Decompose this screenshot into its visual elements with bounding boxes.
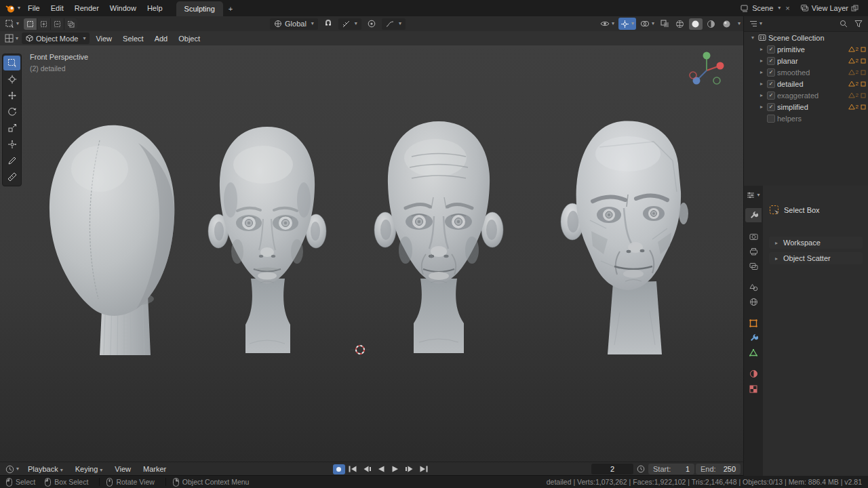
menu-window[interactable]: Window	[104, 4, 142, 12]
properties-tab-render[interactable]	[745, 229, 762, 243]
properties-tab-scene[interactable]	[745, 280, 762, 294]
properties-tab-texture[interactable]	[745, 382, 762, 396]
outliner-filter-button[interactable]	[852, 18, 865, 30]
jump-to-end-button[interactable]	[418, 464, 431, 474]
viewport-menu-view[interactable]: View	[91, 35, 117, 43]
outliner-row-simplified[interactable]: simplified 2	[744, 101, 868, 113]
scene-selector[interactable]: Scene	[738, 4, 795, 12]
tool-measure-button[interactable]	[3, 169, 20, 184]
frame-end-field[interactable]: End: 250	[696, 464, 741, 474]
properties-tab-modifiers[interactable]	[745, 331, 762, 345]
overlays-toggle-dropdown[interactable]	[638, 18, 656, 30]
timeline-editor-dropdown[interactable]	[3, 463, 21, 475]
properties-tab-object-data[interactable]	[745, 346, 762, 360]
object-visibility-dropdown[interactable]	[598, 18, 616, 30]
select-mode-subtract-button[interactable]	[51, 18, 64, 30]
properties-tab-world[interactable]	[745, 295, 762, 309]
tool-annotate-button[interactable]	[3, 153, 20, 168]
viewport-menu-select[interactable]: Select	[118, 35, 149, 43]
tool-move-button[interactable]	[3, 88, 20, 103]
viewport-menu-object[interactable]: Object	[174, 35, 205, 43]
proportional-editing-button[interactable]	[366, 18, 378, 30]
panel-object-scatter[interactable]: Object Scatter	[769, 252, 863, 264]
unlink-scene-button[interactable]	[783, 4, 791, 12]
jump-to-start-button[interactable]	[347, 464, 359, 474]
head-model-simplified[interactable]	[533, 112, 704, 354]
select-mode-extend-button[interactable]	[37, 18, 50, 30]
menu-render[interactable]: Render	[69, 4, 104, 12]
disclosure-icon[interactable]	[758, 104, 765, 110]
tool-transform-button[interactable]	[3, 137, 20, 152]
disclosure-icon[interactable]	[758, 92, 765, 98]
timeline-menu-view[interactable]: View	[109, 465, 136, 473]
play-reverse-button[interactable]	[375, 464, 388, 474]
head-model-planar[interactable]	[195, 117, 339, 353]
outliner-row-helpers[interactable]: helpers	[744, 113, 868, 124]
collection-checkbox[interactable]	[767, 57, 775, 65]
proportional-falloff-dropdown[interactable]	[382, 18, 406, 30]
timeline-menu-marker[interactable]: Marker	[138, 465, 172, 473]
tool-scale-button[interactable]	[3, 121, 20, 136]
navigation-gizmo[interactable]	[687, 51, 726, 90]
outliner-editor-dropdown[interactable]	[747, 18, 764, 30]
mode-dropdown[interactable]: Object Mode	[22, 33, 90, 44]
head-model-primitive[interactable]	[37, 117, 183, 356]
shading-solid-button[interactable]	[689, 18, 703, 30]
view-layer-selector[interactable]: View Layer	[797, 4, 861, 12]
snap-settings-dropdown[interactable]	[338, 18, 361, 30]
collection-checkbox[interactable]	[767, 92, 775, 100]
properties-tab-output[interactable]	[745, 244, 762, 258]
tool-cursor-button[interactable]	[3, 72, 20, 87]
shading-wireframe-button[interactable]	[673, 18, 687, 30]
properties-editor-dropdown[interactable]	[745, 189, 762, 201]
disclosure-icon[interactable]	[749, 35, 756, 41]
properties-tab-tool[interactable]	[745, 208, 762, 222]
prev-keyframe-button[interactable]	[361, 464, 374, 474]
viewport-3d[interactable]: Front Perspective (2) detailed	[0, 45, 744, 462]
gizmos-toggle-dropdown[interactable]	[618, 18, 636, 30]
properties-tab-view-layer[interactable]	[745, 259, 762, 273]
editor-type-dropdown[interactable]	[3, 33, 20, 45]
menu-edit[interactable]: Edit	[45, 4, 69, 12]
play-button[interactable]	[389, 464, 402, 474]
outliner-row-planar[interactable]: planar 2	[744, 55, 868, 66]
tool-select-box-button[interactable]	[3, 56, 20, 70]
shading-rendered-button[interactable]	[720, 18, 734, 30]
viewport-menu-add[interactable]: Add	[150, 35, 173, 43]
outliner-row-primitive[interactable]: primitive 2	[744, 43, 868, 55]
select-mode-new-button[interactable]	[24, 18, 37, 30]
collection-checkbox[interactable]	[767, 103, 775, 111]
panel-workspace[interactable]: Workspace	[769, 237, 863, 249]
auto-keying-toggle[interactable]	[333, 464, 345, 474]
outliner-search-button[interactable]	[837, 18, 850, 30]
blender-logo-button[interactable]	[3, 2, 22, 14]
use-preview-range-button[interactable]	[635, 463, 647, 475]
select-mode-intersect-button[interactable]	[64, 18, 77, 30]
head-model-detailed[interactable]	[361, 113, 517, 353]
frame-start-field[interactable]: Start: 1	[648, 464, 694, 474]
outliner-row-exaggerated[interactable]: exaggerated 2	[744, 89, 868, 101]
tool-rotate-button[interactable]	[3, 104, 20, 119]
shading-options-chevron-icon[interactable]	[738, 21, 741, 26]
new-view-layer-icon[interactable]	[851, 5, 859, 12]
disclosure-icon[interactable]	[758, 81, 765, 87]
properties-tab-object[interactable]	[745, 316, 762, 330]
shading-material-button[interactable]	[705, 18, 718, 30]
menu-file[interactable]: File	[22, 4, 45, 12]
disclosure-icon[interactable]	[758, 58, 765, 64]
timeline-menu-keying[interactable]: Keying	[70, 465, 108, 473]
xray-toggle-button[interactable]	[658, 18, 671, 30]
transform-orientation-dropdown[interactable]: Global	[270, 18, 318, 30]
outliner-row-scene-collection[interactable]: Scene Collection	[744, 32, 868, 43]
add-workspace-button[interactable]: +	[223, 1, 238, 16]
snap-toggle-button[interactable]	[322, 18, 334, 30]
workspace-tab-sculpting[interactable]: Sculpting	[176, 1, 223, 16]
next-keyframe-button[interactable]	[403, 464, 416, 474]
outliner-row-smoothed[interactable]: smoothed 2	[744, 66, 868, 78]
timeline-menu-playback[interactable]: Playback	[22, 465, 68, 473]
disclosure-icon[interactable]	[758, 46, 765, 52]
outliner-row-detailed[interactable]: detailed 2	[744, 78, 868, 89]
disclosure-icon[interactable]	[758, 69, 765, 75]
collection-checkbox[interactable]	[767, 115, 775, 123]
active-tool-dropdown[interactable]	[3, 18, 21, 30]
